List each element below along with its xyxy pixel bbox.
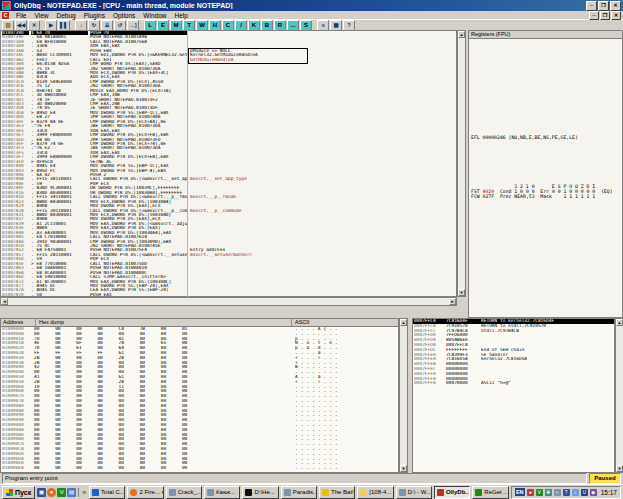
menu-item[interactable]: Help [170, 12, 191, 19]
scroll-up-icon[interactable]: ▲ [458, 31, 465, 38]
view-window-button[interactable]: T [183, 20, 195, 31]
animate-over-button[interactable]: ↺ [114, 20, 126, 31]
disassembly-hscrollbar[interactable]: ◄ ► [0, 297, 457, 306]
fpu-register-row[interactable]: ST1empty6.0000000000000044770e-4933 [471, 149, 622, 154]
task-button[interactable]: OllyDb... [434, 486, 470, 499]
task-button[interactable]: D:\ - W... [396, 486, 432, 499]
task-button[interactable]: Каюк... [204, 486, 240, 499]
menu-item[interactable]: Options [109, 12, 139, 19]
task-button[interactable]: D:\He... [242, 486, 278, 499]
child-minimize-button[interactable]: ─ [589, 11, 599, 20]
pause-button[interactable]: ▌▌ [58, 20, 70, 31]
start-button-label: Пуск [15, 489, 31, 496]
cpu-window-icon[interactable]: C [2, 12, 9, 19]
tray-icon[interactable]: U [581, 489, 588, 496]
language-indicator[interactable]: EN [515, 488, 525, 496]
options-button[interactable]: ≡ [317, 20, 329, 31]
child-restore-button[interactable]: ❐ [600, 11, 610, 20]
tray-icon[interactable]: ? [563, 489, 570, 496]
restart-button[interactable]: ◀◀ [15, 20, 27, 31]
tray-icon[interactable]: ◆ [590, 489, 597, 496]
step-over-button[interactable]: ↻ [88, 20, 100, 31]
menu-item[interactable]: View [30, 12, 52, 19]
quicklaunch-overflow-chevron[interactable]: » [81, 489, 87, 496]
fpu-register-row[interactable]: ST5empty-UNORM C051 0012FC90 00000000 [471, 169, 622, 174]
scroll-up-icon[interactable]: ▲ [400, 319, 407, 326]
fpu-register-row[interactable]: ST2empty6.00000000012850166e-4933 [471, 154, 622, 159]
registers-pane[interactable]: Registers (FPU) EAX00000000 ECX7C9168D8n… [468, 30, 623, 318]
child-close-button[interactable]: ✕ [611, 11, 621, 20]
disassembly-pane[interactable]: 0100739D $ 6A 70 PUSH 70 0100739F . 68 9… [0, 30, 457, 297]
close-program-button[interactable]: ✕ [28, 20, 40, 31]
restore-button[interactable]: ❐ [598, 1, 609, 11]
reget-icon[interactable]: V [57, 488, 66, 497]
view-window-button[interactable]: / [235, 20, 247, 31]
register-row[interactable]: ESI7C9118F4ntdll.7C9118F4 [471, 71, 622, 76]
task-button[interactable]: 2 Fire... ▾ [127, 486, 163, 499]
explorer-icon[interactable]: ▤ [67, 488, 76, 497]
view-window-button[interactable]: E [157, 20, 169, 31]
help-button[interactable]: ? [343, 20, 355, 31]
view-window-button[interactable]: W [196, 20, 208, 31]
start-button[interactable]: Пуск [2, 486, 35, 499]
fcw-row[interactable]: FCW 027F Prec NEAR,53 Mask 1 1 1 1 1 1 [471, 194, 622, 199]
minimize-button[interactable]: ─ [586, 1, 597, 11]
open-file-button[interactable]: ▨ [2, 20, 14, 31]
stack-row[interactable]: 0007FFF8 00070000 ASCII "h=@" [413, 381, 614, 386]
close-button[interactable]: ✕ [610, 1, 621, 11]
execute-till-return-button[interactable]: →] [127, 20, 139, 31]
view-window-button[interactable]: H [209, 20, 221, 31]
fpu-register-row[interactable]: ST4empty-UNORM 3CC8 7C910946 7C910946 [471, 164, 622, 169]
tray-icon[interactable]: ● [527, 489, 534, 496]
register-row[interactable]: EDX7C90E4F4ntdll.7C90E4F4 [471, 51, 622, 56]
menu-item[interactable]: Window [139, 12, 170, 19]
pane-splitter-horizontal[interactable] [0, 306, 466, 318]
view-window-button[interactable]: S [300, 20, 312, 31]
scroll-down-icon[interactable]: ▼ [458, 289, 465, 296]
tray-icon[interactable]: ▪ [554, 489, 561, 496]
scroll-up-icon[interactable]: ▲ [616, 319, 623, 326]
register-row[interactable]: EDI7C910570ntdll.7C910570 [471, 76, 622, 81]
fpu-register-row[interactable]: ST6empty1.0000000000000000000 [471, 174, 622, 179]
task-button[interactable]: [108-4... [357, 486, 393, 499]
fpu-register-row[interactable]: ST0empty-UNORM 0030 00000000 00652000 [471, 144, 622, 149]
dump-pane[interactable]: Address Hex dump ASCII 01009000 00 00 00… [0, 318, 399, 473]
tray-icon[interactable]: ✚ [545, 489, 552, 496]
view-window-button[interactable]: ... [287, 20, 299, 31]
title-bar[interactable]: OllyDbg - NOTEPAD.EXE - [CPU - main thre… [0, 0, 623, 11]
view-window-button[interactable]: R [274, 20, 286, 31]
appearance-button[interactable]: ▦ [330, 20, 342, 31]
tray-icon[interactable]: ♪ [572, 489, 579, 496]
task-button[interactable]: Crack_... [166, 486, 202, 499]
step-into-button[interactable]: ↓ [75, 20, 87, 31]
scroll-down-icon[interactable]: ▼ [400, 465, 407, 472]
animate-into-button[interactable]: ⇊ [101, 20, 113, 31]
disassembly-vscrollbar[interactable]: ▲ ▼ [457, 30, 466, 297]
view-window-button[interactable]: K [248, 20, 260, 31]
fpu-register-row[interactable]: ST3empty6.00000000012950186e-4933 [471, 159, 622, 164]
view-window-button[interactable]: C [222, 20, 234, 31]
stack-pane[interactable]: 0007FFC4 7C816D4F RETURN to kernel32.7C8… [412, 318, 615, 473]
task-button[interactable]: Paradis... [281, 486, 317, 499]
menu-item[interactable]: Plugins [80, 12, 109, 19]
register-row[interactable]: ECX7C9168D8ntdll.7C9168D8 [471, 46, 622, 51]
dump-vscrollbar[interactable]: ▲ ▼ [399, 318, 408, 473]
tray-icon[interactable]: V [536, 489, 543, 496]
view-window-button[interactable]: M [170, 20, 182, 31]
task-button[interactable]: Total C... [89, 486, 125, 499]
run-button[interactable]: ▶ [45, 20, 57, 31]
stack-vscrollbar[interactable]: ▲ ▼ [615, 318, 623, 473]
scroll-right-icon[interactable]: ► [449, 298, 456, 305]
task-button[interactable]: ReGet ... [472, 486, 508, 499]
dump-row[interactable]: 010090E8 00 00 00 00 00 00 00 00 .......… [1, 466, 398, 471]
menu-item[interactable]: File [12, 12, 30, 19]
task-button[interactable]: The Bat! [319, 486, 355, 499]
show-desktop-icon[interactable]: ▣ [37, 488, 46, 497]
menu-item[interactable]: Debug [52, 12, 79, 19]
view-window-button[interactable]: B [261, 20, 273, 31]
browser-icon[interactable]: ● [47, 488, 56, 497]
scroll-down-icon[interactable]: ▼ [616, 465, 623, 472]
register-row[interactable]: EIP0100739DNOTEPAD.<ModuleEntryPoint> [471, 86, 622, 91]
view-window-button[interactable]: L [144, 20, 156, 31]
scroll-left-icon[interactable]: ◄ [1, 298, 8, 305]
